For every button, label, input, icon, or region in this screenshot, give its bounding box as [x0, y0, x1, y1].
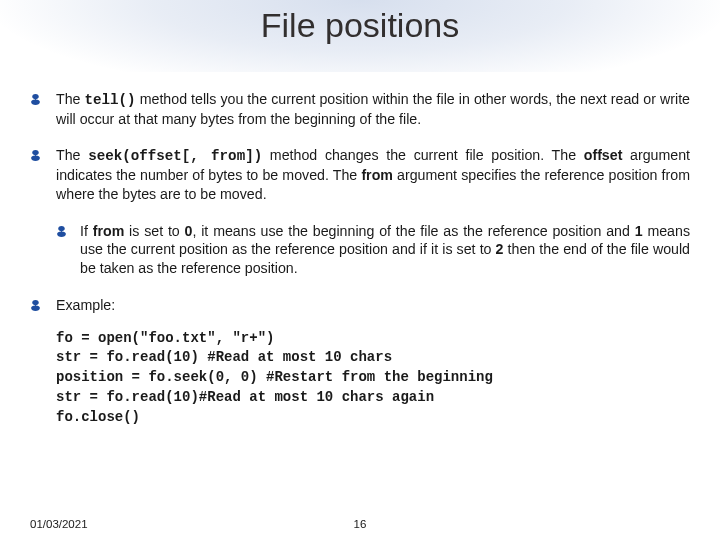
slide-body: The tell() method tells you the current … — [30, 90, 690, 428]
footer-page-number: 16 — [0, 518, 720, 530]
text: method tells you the current position wi… — [56, 91, 690, 127]
sub-bullet-from-values: If from is set to 0, it means use the be… — [56, 222, 690, 278]
text: method changes the current file position… — [262, 147, 584, 163]
slide-title: File positions — [0, 6, 720, 45]
bullet-text: Example: — [56, 296, 690, 315]
code-inline: seek(offset[, from]) — [88, 148, 262, 164]
text: The — [56, 147, 88, 163]
bullet-icon — [30, 146, 56, 203]
slide: File positions The tell() method tells y… — [0, 0, 720, 540]
bullet-icon — [30, 90, 56, 128]
text: If — [80, 223, 93, 239]
code-block: fo = open("foo.txt", "r+") str = fo.read… — [56, 329, 690, 428]
bullet-text: The seek(offset[, from]) method changes … — [56, 146, 690, 203]
bullet-text: The tell() method tells you the current … — [56, 90, 690, 128]
bullet-tell: The tell() method tells you the current … — [30, 90, 690, 128]
bullet-icon — [56, 222, 80, 278]
bullet-example: Example: — [30, 296, 690, 315]
bullet-icon — [30, 296, 56, 315]
text-bold: from — [93, 223, 125, 239]
text: , it means use the beginning of the file… — [192, 223, 634, 239]
text: is set to — [124, 223, 184, 239]
text: The — [56, 91, 85, 107]
text-bold: 1 — [635, 223, 643, 239]
code-inline: tell() — [85, 92, 136, 108]
bullet-seek: The seek(offset[, from]) method changes … — [30, 146, 690, 203]
bullet-text: If from is set to 0, it means use the be… — [80, 222, 690, 278]
text-bold: offset — [584, 147, 623, 163]
text-bold: from — [361, 167, 393, 183]
